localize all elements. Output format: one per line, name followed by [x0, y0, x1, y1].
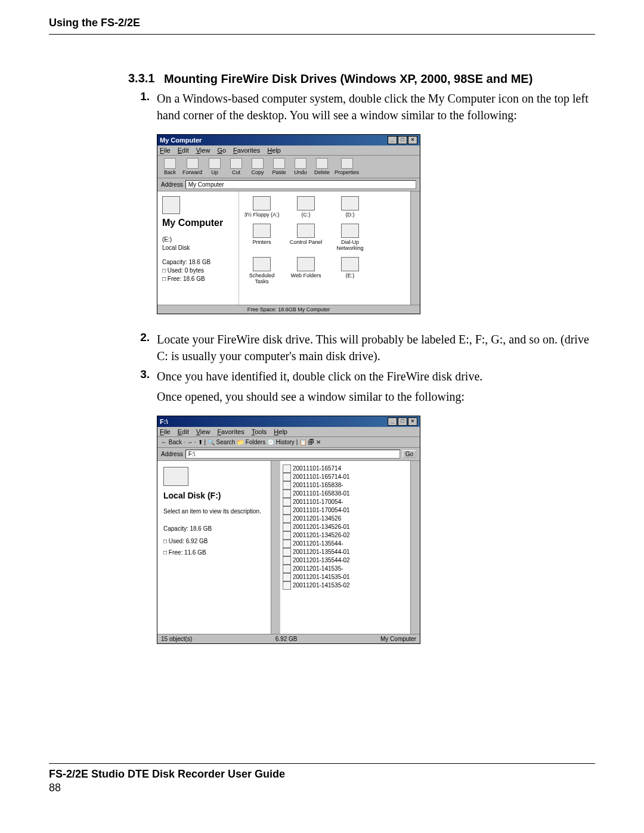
menu-file[interactable]: File: [160, 147, 171, 154]
info-panel: Local Disk (F:) Select an item to view i…: [157, 461, 271, 634]
section-heading: 3.3.1 Mounting FireWire Disk Drives (Win…: [128, 72, 595, 86]
control-panel[interactable]: Control Panel: [288, 224, 324, 251]
window-titlebar: My Computer _ □ ×: [157, 135, 420, 145]
footer-title: FS-2/2E Studio DTE Disk Recorder User Gu…: [49, 767, 595, 781]
up-icon: [209, 158, 221, 169]
go-button[interactable]: Go: [402, 450, 416, 458]
paste-icon: [273, 158, 285, 169]
list-item[interactable]: 20011201-135544-02: [283, 556, 408, 565]
copy-button[interactable]: Copy: [249, 158, 267, 175]
undo-icon: [295, 158, 306, 169]
file-icon: [283, 548, 291, 556]
printers-folder[interactable]: Printers: [244, 224, 280, 251]
scheduled-tasks[interactable]: Scheduled Tasks: [244, 257, 280, 284]
web-folders[interactable]: Web Folders: [288, 257, 324, 284]
drive-e[interactable]: (E:): [332, 257, 368, 284]
address-bar: Address F:\ Go: [157, 448, 420, 461]
address-input[interactable]: My Computer: [185, 180, 416, 189]
capacity-label: Capacity: 18.6 GB: [163, 524, 265, 533]
forward-button[interactable]: Forward: [182, 158, 202, 175]
paste-button[interactable]: Paste: [270, 158, 288, 175]
section-title: Mounting FireWire Disk Drives (Windows X…: [164, 72, 532, 86]
drive-c[interactable]: (C:): [288, 196, 324, 218]
back-icon: [164, 158, 176, 169]
minimize-icon[interactable]: _: [388, 136, 397, 144]
step-2: 2. Locate your FireWire disk drive. This…: [128, 331, 595, 364]
drive-icon-grid: 3½ Floppy (A:) (C:) (D:) Printers Contro…: [244, 196, 405, 284]
selected-item: (E:) Local Disk: [162, 236, 234, 252]
address-bar: Address My Computer: [157, 178, 420, 191]
nav-toolbar-content[interactable]: ← Back · → · ⬆ | 🔍 Search 📁 Folders 🕘 Hi…: [161, 439, 321, 445]
step-number: 3.: [128, 368, 157, 381]
list-item[interactable]: 20011101-165714: [283, 465, 408, 473]
drive-floppy[interactable]: 3½ Floppy (A:): [244, 196, 280, 218]
list-item[interactable]: 20011201-135544-01: [283, 548, 408, 556]
file-icon: [283, 540, 291, 548]
dialup-networking[interactable]: Dial-Up Networking: [332, 224, 368, 251]
file-icon: [283, 581, 291, 590]
computer-icon: [162, 196, 180, 214]
used-label: □ Used: 6.92 GB: [163, 537, 265, 546]
close-icon[interactable]: ×: [408, 417, 417, 426]
back-button[interactable]: Back: [161, 158, 179, 175]
menu-favorites[interactable]: Favorites: [233, 147, 260, 154]
list-item[interactable]: 20011101-165838-01: [283, 490, 408, 498]
disk-icon: [341, 257, 359, 271]
tasks-icon: [253, 257, 271, 271]
drive-d[interactable]: (D:): [332, 196, 368, 218]
list-item[interactable]: 20011201-141535-01: [283, 573, 408, 581]
list-item[interactable]: 20011101-165838-: [283, 481, 408, 490]
file-icon: [283, 465, 291, 473]
menu-file[interactable]: File: [160, 428, 171, 435]
maximize-icon[interactable]: □: [398, 417, 407, 426]
up-button[interactable]: Up: [206, 158, 224, 175]
cut-icon: [230, 158, 242, 169]
menu-edit[interactable]: Edit: [178, 147, 189, 154]
menu-tools[interactable]: Tools: [252, 428, 267, 435]
free-label: □ Free: 11.6 GB: [163, 548, 265, 557]
close-icon[interactable]: ×: [408, 136, 417, 144]
address-input[interactable]: F:\: [185, 450, 400, 459]
menu-help[interactable]: Help: [274, 428, 287, 435]
used-label: □ Used: 0 bytes: [162, 267, 234, 275]
list-item[interactable]: 20011201-141535-: [283, 565, 408, 573]
list-item[interactable]: 20011201-135544-: [283, 540, 408, 548]
list-item[interactable]: 20011201-134526-01: [283, 523, 408, 531]
forward-icon: [187, 158, 199, 169]
file-icon: [283, 515, 291, 523]
list-item[interactable]: 20011101-170054-: [283, 498, 408, 506]
undo-button[interactable]: Undo: [292, 158, 309, 175]
menu-go[interactable]: Go: [217, 147, 226, 154]
delete-button[interactable]: Delete: [313, 158, 331, 175]
properties-button[interactable]: Properties: [335, 158, 359, 175]
list-item[interactable]: 20011201-141535-02: [283, 581, 408, 590]
list-item[interactable]: 20011101-170054-01: [283, 506, 408, 515]
disk-icon: [341, 196, 359, 210]
page-number: 88: [49, 781, 595, 795]
step-1: 1. On a Windows-based computer system, d…: [128, 90, 595, 123]
list-item[interactable]: 20011101-165714-01: [283, 473, 408, 481]
menu-view[interactable]: View: [196, 147, 210, 154]
menu-view[interactable]: View: [196, 428, 210, 435]
scrollbar[interactable]: [410, 461, 420, 634]
file-icon: [283, 565, 291, 573]
cut-button[interactable]: Cut: [227, 158, 245, 175]
file-icon: [283, 531, 291, 540]
scrollbar[interactable]: [410, 191, 420, 305]
list-item[interactable]: 20011201-134526: [283, 515, 408, 523]
control-panel-icon: [297, 224, 315, 238]
menu-bar: File Edit View Favorites Tools Help: [157, 427, 420, 437]
list-item[interactable]: 20011201-134526-02: [283, 531, 408, 540]
menu-favorites[interactable]: Favorites: [217, 428, 244, 435]
maximize-icon[interactable]: □: [398, 136, 407, 144]
window-title: F:\: [160, 418, 168, 425]
menu-edit[interactable]: Edit: [178, 428, 189, 435]
minimize-icon[interactable]: _: [388, 417, 397, 426]
scrollbar[interactable]: [271, 461, 280, 634]
step-number: 2.: [128, 331, 157, 344]
status-location: My Computer: [380, 636, 416, 642]
printers-icon: [253, 224, 271, 238]
panel-title: My Computer: [162, 216, 234, 230]
status-size: 6.92 GB: [275, 636, 298, 642]
menu-help[interactable]: Help: [267, 147, 281, 154]
